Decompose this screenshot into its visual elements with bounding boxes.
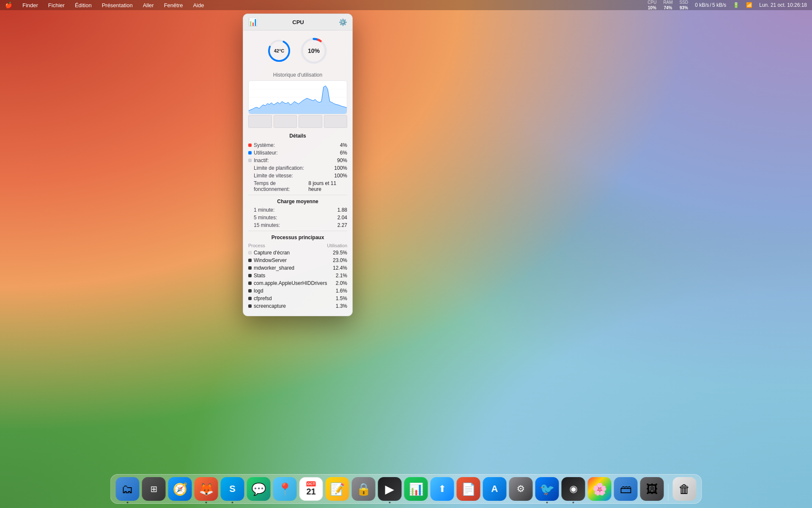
- divider-1: [248, 195, 347, 195]
- dock-gyroflow-dot: [573, 502, 574, 503]
- dock-finder[interactable]: 🗂: [116, 477, 140, 501]
- dock-pages[interactable]: 📄: [457, 477, 480, 501]
- dock-appletv[interactable]: ▶: [378, 477, 402, 501]
- mini-chart-3: [299, 115, 322, 128]
- process-row-0: Capture d'écran 29.5%: [248, 250, 347, 256]
- avg-title: Charge moyenne: [248, 199, 347, 204]
- detail-label-planning: Limite de planification:: [248, 165, 304, 171]
- cpu-indicator[interactable]: CPU 10%: [646, 0, 658, 10]
- presentation-menu[interactable]: Présentation: [100, 1, 134, 9]
- detail-label-user: Utilisateur:: [248, 150, 278, 156]
- temperature-value: 42°C: [274, 48, 285, 53]
- cpu-percent-gauge: 10%: [299, 36, 329, 66]
- process-header: Process Utilisation: [248, 243, 347, 248]
- process-usage-7: 1.3%: [330, 303, 347, 309]
- 5min-value: 2.04: [337, 215, 347, 221]
- dock-separator: [668, 484, 669, 501]
- process-usage-3: 2.1%: [330, 273, 347, 279]
- process-name-0: Capture d'écran: [248, 250, 330, 256]
- dock-firefox[interactable]: 🦊: [195, 477, 218, 501]
- dock-trash[interactable]: 🗑: [673, 477, 697, 501]
- process-name-5: logd: [248, 288, 330, 294]
- temperature-gauge: 42°C: [266, 38, 292, 64]
- dock-skype[interactable]: S: [221, 477, 244, 501]
- dock-maps[interactable]: 📍: [273, 477, 297, 501]
- edition-menu[interactable]: Édition: [73, 1, 93, 9]
- window-icon: 📊: [248, 17, 258, 27]
- ram-indicator[interactable]: RAM 74%: [661, 0, 674, 10]
- dock-safari[interactable]: 🧭: [168, 477, 192, 501]
- process-dot-0: [248, 251, 252, 254]
- process-usage-5: 1.6%: [330, 288, 347, 294]
- planning-value: 100%: [334, 165, 347, 171]
- dock-preferences[interactable]: ⚙: [509, 477, 533, 501]
- 1min-value: 1.88: [337, 207, 347, 213]
- wifi-indicator[interactable]: 📶: [744, 2, 754, 8]
- dock-photos[interactable]: 🌸: [588, 477, 612, 501]
- detail-row-user: Utilisateur: 6%: [248, 150, 347, 156]
- detail-row-uptime: Temps de fonctionnement: 8 jours et 11 h…: [248, 180, 347, 192]
- dock-finder-dot: [127, 502, 129, 503]
- speed-label: Limite de vitesse:: [254, 173, 293, 179]
- dock-calendar[interactable]: OCT 21: [299, 477, 323, 501]
- dock-slideshow[interactable]: 🖼: [640, 477, 664, 501]
- mini-charts-row: [248, 115, 347, 128]
- avg-label-1min: 1 minute:: [248, 207, 274, 213]
- user-color-dot: [248, 151, 252, 155]
- aller-menu[interactable]: Aller: [141, 1, 156, 9]
- apple-menu[interactable]: 🍎: [3, 1, 14, 9]
- process-usage-6: 1.5%: [330, 295, 347, 301]
- net-down: 5 kB/s: [712, 2, 726, 8]
- process-dot-5: [248, 289, 252, 293]
- dock-thunderbird[interactable]: 🐦: [535, 477, 559, 501]
- process-name-6: cfprefsd: [248, 295, 330, 301]
- uptime-value: 8 jours et 11 heure: [308, 180, 347, 192]
- aide-menu[interactable]: Aide: [191, 1, 206, 9]
- ssd-indicator[interactable]: SSD 93%: [678, 0, 690, 10]
- fenetre-menu[interactable]: Fenêtre: [162, 1, 185, 9]
- system-color-dot: [248, 144, 252, 147]
- process-row-4: com.apple.AppleUserHIDDrivers 2.0%: [248, 280, 347, 286]
- detail-label-system: Système:: [248, 142, 275, 148]
- ssd-label: SSD: [680, 0, 689, 5]
- cpu-percent-gauge-container: 10%: [299, 36, 329, 66]
- cpu-label: CPU: [647, 0, 656, 5]
- process-col-usage: Utilisation: [327, 243, 347, 248]
- speed-value: 100%: [334, 173, 347, 179]
- dock-appstore[interactable]: A: [483, 477, 507, 501]
- details-title: Détails: [248, 133, 347, 139]
- 15min-label: 15 minutes:: [254, 222, 280, 228]
- dock-numbers[interactable]: 📊: [404, 477, 428, 501]
- cpu-value: 10%: [648, 6, 656, 10]
- settings-button[interactable]: ⚙️: [339, 18, 347, 26]
- finder-menu[interactable]: Finder: [21, 1, 40, 9]
- battery-indicator[interactable]: 🔋: [731, 2, 741, 8]
- process-row-3: Stats 2.1%: [248, 273, 347, 279]
- network-indicator[interactable]: 0 kB/s / 5 kB/s: [693, 2, 728, 8]
- dock-keychain[interactable]: 🔒: [352, 477, 376, 501]
- process-row-7: screencapture 1.3%: [248, 303, 347, 309]
- dock-finder2[interactable]: 🗃: [614, 477, 638, 501]
- process-dot-1: [248, 259, 252, 262]
- detail-label-idle: Inactif:: [248, 157, 269, 163]
- dock-skype-dot: [232, 502, 233, 503]
- cpu-percent-value: 10%: [308, 47, 320, 54]
- avg-row-1min: 1 minute: 1.88: [248, 207, 347, 213]
- history-title: Historique d'utilisation: [248, 72, 347, 78]
- desktop-background: [0, 0, 812, 508]
- dock-notes[interactable]: 📝: [326, 477, 349, 501]
- dock-thunderbird-dot: [546, 502, 548, 503]
- dock-launchpad[interactable]: ⊞: [142, 477, 166, 501]
- dock-whatsapp[interactable]: 💬: [247, 477, 271, 501]
- dock-transloader[interactable]: ⬆: [431, 477, 454, 501]
- detail-label-uptime: Temps de fonctionnement:: [248, 180, 308, 192]
- avg-label-15min: 15 minutes:: [248, 222, 280, 228]
- menubar-right: CPU 10% RAM 74% SSD 93% 0 kB/s / 5 kB/s …: [646, 0, 809, 10]
- dock-gyroflow[interactable]: ◉: [562, 477, 585, 501]
- user-label: Utilisateur:: [254, 150, 278, 156]
- user-value: 6%: [340, 150, 347, 156]
- process-row-2: mdworker_shared 12.4%: [248, 265, 347, 271]
- avg-row-15min: 15 minutes: 2.27: [248, 222, 347, 228]
- fichier-menu[interactable]: Fichier: [47, 1, 66, 9]
- process-usage-2: 12.4%: [330, 265, 347, 271]
